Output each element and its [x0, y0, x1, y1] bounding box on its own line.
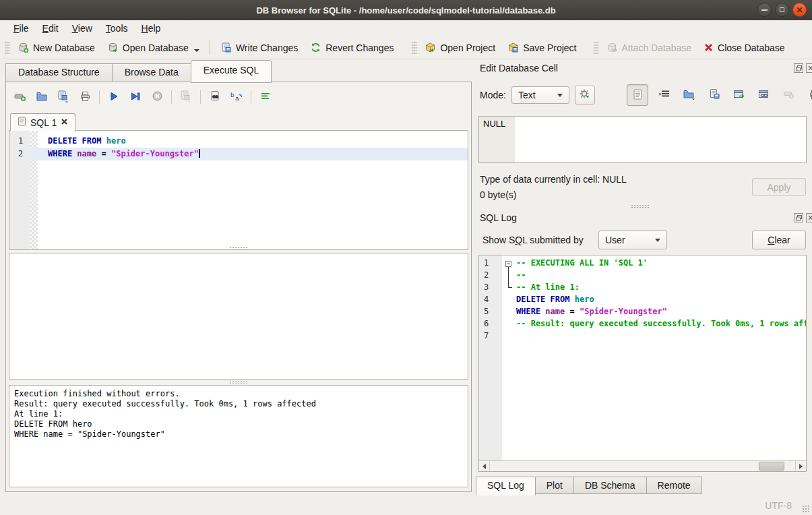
message-line: Execution finished without errors. [14, 389, 463, 399]
auto-format-button[interactable]: ba [228, 89, 245, 105]
open-database-dropdown-caret[interactable] [194, 49, 199, 52]
mode-combobox[interactable]: Text [511, 86, 569, 104]
find-button[interactable] [206, 89, 224, 105]
fold-marker[interactable] [505, 261, 511, 267]
sql-log-dock-title: SQL Log [480, 212, 517, 226]
splitter-handle[interactable] [229, 247, 248, 250]
line-number: 4 [479, 293, 502, 305]
clear-button[interactable]: Clear [752, 231, 806, 249]
text-mode-button[interactable] [627, 84, 648, 106]
statusbar: UTF-8 [0, 496, 812, 515]
close-button[interactable]: ✕ [792, 3, 807, 17]
execute-line-button[interactable] [127, 89, 144, 105]
auto-apply-button[interactable] [575, 86, 595, 104]
sql-log-code[interactable]: 1-- EXECUTING ALL IN 'SQL 1'2--3-- At li… [479, 255, 806, 472]
sql-tab[interactable]: SQL 1 [10, 113, 75, 131]
scroll-left-button[interactable] [479, 461, 490, 471]
sql-editor-code[interactable]: 1DELETE FROM hero2WHERE name = "Spider-Y… [9, 131, 468, 250]
dock-float-button[interactable] [794, 63, 803, 73]
menu-help[interactable]: Help [135, 22, 168, 35]
minimize-button[interactable] [757, 3, 772, 17]
code-line[interactable]: 5WHERE name = "Spider-Youngster" [479, 305, 806, 317]
open-file-icon [683, 88, 696, 102]
tab-browse-data[interactable]: Browse Data [112, 63, 191, 82]
tab-execute-sql[interactable]: Execute SQL [191, 60, 272, 83]
sql-tab-close-icon[interactable] [61, 117, 68, 127]
code-line[interactable]: 3-- At line 1: [479, 281, 806, 293]
splitter-handle[interactable] [229, 381, 248, 384]
indent-icon [659, 90, 670, 101]
new-database-button[interactable]: New Database [11, 39, 101, 56]
tab-plot[interactable]: Plot [536, 477, 574, 494]
execution-message-pane[interactable]: Execution finished without errors.Result… [9, 385, 468, 487]
stop-button[interactable] [148, 89, 166, 105]
close-database-button[interactable]: Close Database [697, 40, 791, 56]
menu-edit[interactable]: Edit [36, 22, 65, 35]
save-project-button[interactable]: Save Project [501, 39, 582, 56]
menu-file[interactable]: File [7, 22, 36, 35]
menu-view[interactable]: View [65, 22, 99, 35]
line-number: 5 [479, 305, 502, 317]
filter-label: Show SQL submitted by [482, 235, 584, 245]
tab-sql-log[interactable]: SQL Log [476, 477, 536, 495]
results-pane[interactable] [9, 253, 468, 380]
tab-database-structure[interactable]: Database Structure [5, 63, 112, 82]
scrollbar-thumb[interactable] [759, 462, 784, 471]
scrollbar-track[interactable] [490, 461, 795, 471]
save-results-button[interactable] [177, 89, 195, 105]
tab-remote[interactable]: Remote [647, 477, 702, 494]
text-mode-icon [633, 89, 643, 102]
auto-format-icon: ba [230, 91, 243, 104]
open-database-button[interactable]: Open Database [101, 39, 206, 56]
horizontal-scrollbar[interactable] [479, 460, 806, 471]
code-line[interactable]: 2-- [479, 269, 806, 281]
resize-grip[interactable] [802, 505, 810, 513]
save-sql-file-button[interactable] [55, 89, 72, 105]
tab-db-schema[interactable]: DB Schema [574, 477, 647, 494]
maximize-button[interactable] [775, 3, 789, 17]
dock-close-button[interactable] [806, 213, 812, 222]
execute-all-button[interactable] [105, 89, 123, 105]
dock-splitter-handle[interactable] [631, 204, 650, 208]
window-controls: ✕ [757, 3, 807, 17]
open-external-button[interactable] [730, 87, 748, 103]
write-changes-button[interactable]: Write Changes [214, 39, 304, 56]
code-line[interactable]: 1DELETE FROM hero [9, 135, 468, 148]
filter-combobox[interactable]: User [598, 231, 667, 249]
scroll-right-button[interactable] [795, 461, 806, 471]
code-line[interactable]: 2WHERE name = "Spider-Youngster" [9, 148, 468, 160]
revert-changes-button[interactable]: Revert Changes [304, 39, 400, 56]
cell-value: NULL [483, 119, 505, 129]
code-line[interactable]: 1-- EXECUTING ALL IN 'SQL 1' [479, 257, 806, 269]
sql-log-filter-row: Show SQL submitted by [482, 231, 584, 249]
import-cell-button[interactable] [681, 87, 698, 103]
line-number: 2 [9, 148, 30, 160]
set-null-button[interactable] [780, 87, 798, 103]
open-project-button[interactable]: Open Project [418, 39, 501, 56]
sql-editor-pane[interactable]: 1DELETE FROM hero2WHERE name = "Spider-Y… [9, 130, 468, 250]
toolbar-grip[interactable] [594, 40, 598, 55]
toolbar-grip[interactable] [5, 40, 9, 55]
cell-editor[interactable]: NULL [478, 116, 807, 163]
apply-button[interactable]: Apply [752, 178, 806, 196]
new-tab-button[interactable] [11, 89, 29, 105]
print-cell-button[interactable] [805, 87, 812, 103]
dock-float-button[interactable] [794, 213, 803, 222]
menu-tools[interactable]: Tools [99, 22, 135, 35]
dock-close-button[interactable] [806, 63, 812, 73]
toolbar-grip[interactable] [412, 40, 416, 55]
format-lines-button[interactable] [257, 89, 274, 105]
sql-log-pane[interactable]: 1-- EXECUTING ALL IN 'SQL 1'2--3-- At li… [478, 255, 807, 472]
code-line[interactable]: 4DELETE FROM hero [479, 293, 806, 305]
titlebar[interactable]: DB Browser for SQLite - /home/user/code/… [0, 0, 812, 21]
indent-button[interactable] [656, 87, 673, 103]
copy-link-button[interactable] [755, 87, 773, 103]
execute-line-icon [130, 91, 141, 104]
attach-database-button[interactable]: Attach Database [600, 39, 698, 56]
message-line: DELETE FROM hero [14, 419, 463, 429]
code-line[interactable]: 7 [479, 330, 806, 342]
code-line[interactable]: 6-- Result: query executed successfully.… [479, 317, 806, 330]
open-sql-file-button[interactable] [33, 89, 51, 105]
export-cell-button[interactable] [706, 87, 723, 103]
print-sql-button[interactable] [76, 89, 94, 105]
